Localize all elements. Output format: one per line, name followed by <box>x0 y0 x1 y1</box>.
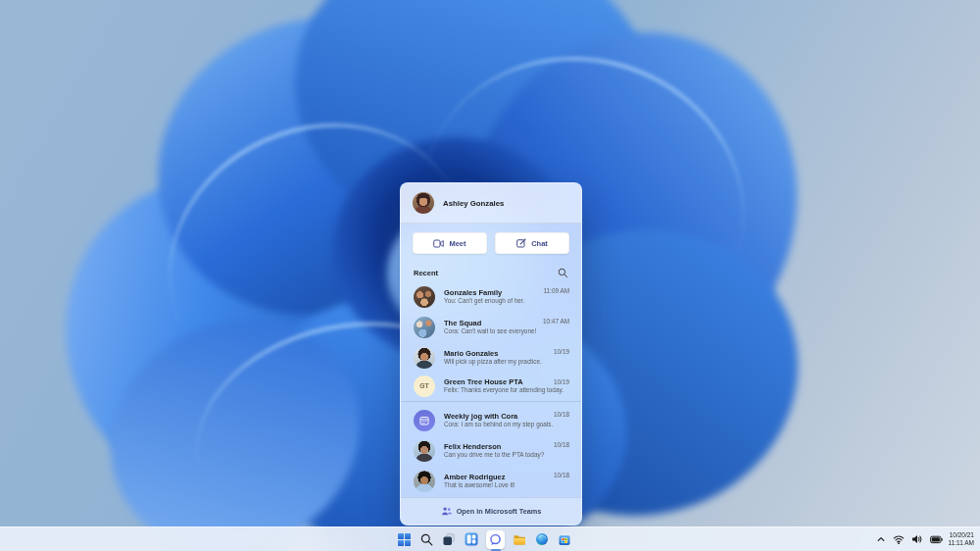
speaker-icon <box>911 533 923 545</box>
battery-button[interactable] <box>929 534 944 545</box>
windows-start-icon <box>398 533 411 546</box>
conversation-row[interactable]: Gonzales Family You: Can't get enough of… <box>401 281 581 312</box>
volume-button[interactable] <box>910 532 924 546</box>
teams-chat-button[interactable] <box>486 530 505 549</box>
tray-date: 10/20/21 <box>949 531 975 539</box>
folder-icon <box>513 532 526 546</box>
conversation-row[interactable]: Amber Rodriguez That is awesome! Love it… <box>401 466 581 496</box>
wifi-icon <box>893 533 905 545</box>
teams-chat-icon <box>489 533 502 546</box>
conversation-time: 10/19 <box>554 348 569 355</box>
edge-browser-button[interactable] <box>534 531 550 547</box>
recent-section-header: Recent <box>401 262 581 281</box>
chat-button[interactable]: Chat <box>495 232 569 254</box>
compose-icon <box>516 238 526 248</box>
battery-icon <box>930 535 943 544</box>
conversation-name: Weekly jog with Cora <box>444 412 553 422</box>
conversation-row[interactable]: Weekly jog with Cora Cora: I am so behin… <box>401 405 581 435</box>
conversation-row[interactable]: Felix Henderson Can you drive me to the … <box>401 435 581 466</box>
task-view-icon <box>442 532 456 546</box>
recent-title: Recent <box>414 269 438 277</box>
initials-avatar: GT <box>414 376 435 397</box>
conversation-preview: Can you drive me to the PTA today? <box>444 451 544 460</box>
conversation-name: Mario Gonzales <box>444 349 542 359</box>
quick-actions: Meet Chat <box>401 224 581 262</box>
taskbar: 10/20/21 11:11 AM <box>0 526 980 551</box>
teams-icon <box>441 506 452 517</box>
conversation-preview: Cora: Can't wait to see everyone! <box>444 327 536 336</box>
widgets-button[interactable] <box>464 531 479 547</box>
meet-button-label: Meet <box>449 239 466 248</box>
start-button[interactable] <box>396 531 412 547</box>
conversation-time: 10/18 <box>554 472 569 478</box>
chat-button-label: Chat <box>531 239 548 248</box>
conversation-row[interactable]: GT Green Tree House PTA Felix: Thanks ev… <box>401 373 581 399</box>
calendar-icon <box>418 415 430 426</box>
conversation-name: Amber Rodriguez <box>444 473 514 482</box>
open-in-teams-button[interactable]: Open in Microsoft Teams <box>401 497 581 525</box>
user-name: Ashley Gonzales <box>443 199 504 208</box>
photo-avatar <box>414 440 435 462</box>
calendar-avatar <box>414 410 435 431</box>
group-photo-avatar <box>414 317 435 338</box>
conversation-time: 10/18 <box>554 441 569 448</box>
conversation-row[interactable]: The Squad Cora: Can't wait to see everyo… <box>401 312 581 342</box>
taskbar-search-button[interactable] <box>418 531 434 547</box>
conversation-time: 10/18 <box>554 411 569 418</box>
recent-conversation-list: Gonzales Family You: Can't get enough of… <box>401 281 581 497</box>
flyout-user-header: Ashley Gonzales <box>401 183 581 224</box>
system-tray: 10/20/21 11:11 AM <box>875 527 978 551</box>
search-icon[interactable] <box>558 268 568 278</box>
open-in-teams-label: Open in Microsoft Teams <box>457 507 542 516</box>
taskbar-clock[interactable]: 10/20/21 11:11 AM <box>949 531 978 546</box>
video-camera-icon <box>433 239 444 248</box>
conversation-preview: You: Can't get enough of her. <box>444 297 524 306</box>
conversation-name: Green Tree House PTA <box>444 377 564 387</box>
microsoft-store-icon <box>558 532 571 546</box>
conversation-row[interactable]: Mario Gonzales Will pick up pizza after … <box>401 342 581 373</box>
photo-avatar <box>414 347 435 369</box>
tray-overflow-button[interactable] <box>875 533 887 545</box>
photo-avatar <box>414 471 435 492</box>
taskbar-center-icons <box>396 527 572 551</box>
file-explorer-button[interactable] <box>512 531 527 547</box>
meet-button[interactable]: Meet <box>413 232 487 254</box>
conversation-time: 10:47 AM <box>543 318 569 325</box>
edge-browser-icon <box>535 532 549 546</box>
desktop: Ashley Gonzales Meet Chat Recent <box>0 0 980 551</box>
widgets-icon <box>465 532 478 546</box>
list-divider <box>401 401 581 402</box>
conversation-preview: That is awesome! Love it! <box>444 481 514 490</box>
group-photo-avatar <box>414 286 435 308</box>
avatar-initials: GT <box>419 382 428 389</box>
search-icon <box>420 533 433 546</box>
task-view-button[interactable] <box>441 531 457 547</box>
conversation-preview: Will pick up pizza after my practice. <box>444 358 542 367</box>
user-avatar[interactable] <box>413 192 434 214</box>
conversation-time: 11:09 AM <box>543 287 569 294</box>
conversation-name: The Squad <box>444 319 536 328</box>
tray-time: 11:11 AM <box>949 539 975 547</box>
conversation-preview: Felix: Thanks everyone for attending tod… <box>444 386 564 395</box>
conversation-preview: Cora: I am so behind on my step goals. <box>444 421 553 429</box>
conversation-name: Felix Henderson <box>444 442 544 452</box>
chevron-up-icon <box>876 534 886 544</box>
conversation-time: 10/19 <box>554 378 569 385</box>
microsoft-store-button[interactable] <box>557 531 572 547</box>
teams-chat-flyout: Ashley Gonzales Meet Chat Recent <box>400 182 582 526</box>
network-button[interactable] <box>892 532 906 546</box>
conversation-name: Gonzales Family <box>444 288 524 298</box>
